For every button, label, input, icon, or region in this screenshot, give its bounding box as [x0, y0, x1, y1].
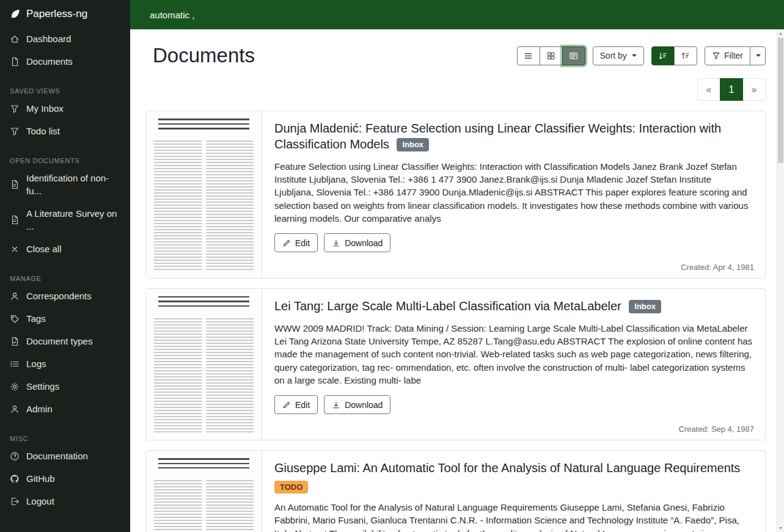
sidebar-item-documents[interactable]: Documents	[0, 50, 130, 73]
pagination-next-button[interactable]: »	[742, 78, 766, 101]
grid-view-icon	[546, 51, 555, 60]
sidebar-item-todo-list[interactable]: Todo list	[0, 120, 130, 142]
document-title-text: Dunja Mladenić: Feature Selection using …	[274, 122, 721, 151]
thumbnail-title-lines	[158, 458, 249, 472]
tag-badge[interactable]: Inbox	[397, 138, 429, 151]
sidebar-item-settings[interactable]: Settings	[0, 375, 130, 398]
edit-button[interactable]: Edit	[274, 395, 318, 414]
pagination: « 1 »	[130, 71, 784, 102]
grid-view-button[interactable]	[540, 46, 563, 65]
download-button[interactable]: Download	[324, 233, 390, 252]
sidebar-item-label: Logs	[26, 357, 46, 370]
section-title-misc: MISC	[0, 431, 130, 445]
sidebar-item-admin[interactable]: Admin	[0, 398, 130, 420]
edit-button[interactable]: Edit	[274, 233, 318, 252]
page-header: Documents Sort by	[130, 29, 784, 71]
filter-dropdown-button[interactable]	[750, 46, 766, 65]
sidebar-item-logs[interactable]: Logs	[0, 352, 130, 375]
sort-by-group: Sort by	[593, 46, 644, 65]
document-thumbnail[interactable]	[146, 111, 262, 278]
filter-button[interactable]: Filter	[705, 46, 750, 65]
download-icon	[332, 401, 340, 409]
download-button[interactable]: Download	[324, 395, 390, 414]
created-date: Created: Apr 4, 1981	[681, 263, 754, 272]
sidebar-item-dashboard[interactable]: Dashboard	[0, 27, 130, 50]
sort-descending-icon	[658, 51, 667, 60]
sidebar-item-label: Close all	[26, 242, 62, 255]
sidebar-item-documentation[interactable]: Documentation	[0, 445, 130, 467]
logout-icon	[10, 497, 20, 506]
top-search-bar	[130, 0, 784, 29]
section-title-open-documents: OPEN DOCUMENTS	[0, 153, 130, 167]
detail-view-icon	[569, 51, 578, 60]
thumbnail-title-lines	[158, 296, 249, 310]
scrollbar[interactable]: ▲ ▼	[777, 29, 784, 532]
app-logo[interactable]: Paperless-ng	[0, 0, 130, 27]
thumbnail-title-lines	[158, 118, 249, 132]
sidebar-item-label: Settings	[26, 380, 59, 393]
main-content: Documents Sort by	[130, 29, 784, 532]
section-title-manage: MANAGE	[0, 271, 130, 285]
document-title[interactable]: Lei Tang: Large Scale Multi-Label Classi…	[274, 298, 753, 314]
document-list: Dunja Mladenić: Feature Selection using …	[130, 102, 784, 532]
sidebar-item-label: Documentation	[26, 450, 88, 462]
document-excerpt: An Automatic Tool for the Analysis of Na…	[274, 501, 753, 532]
sidebar-item-label: Logout	[26, 495, 54, 508]
sidebar-item-open-document-1[interactable]: Identification of non-fu...	[0, 167, 130, 202]
sort-by-label: Sort by	[600, 51, 627, 60]
document-title[interactable]: Dunja Mladenić: Feature Selection using …	[274, 120, 753, 153]
list-view-icon	[524, 51, 533, 60]
document-thumbnail[interactable]	[146, 451, 262, 532]
sidebar-item-my-inbox[interactable]: My Inbox	[0, 97, 130, 120]
sidebar-item-close-all[interactable]: Close all	[0, 238, 130, 260]
sort-by-button[interactable]: Sort by	[593, 46, 644, 65]
sidebar-item-label: A Literature Survey on ...	[26, 207, 120, 233]
sidebar-item-label: Todo list	[26, 125, 60, 137]
edit-label: Edit	[295, 238, 310, 248]
sidebar-item-document-types[interactable]: Document types	[0, 330, 130, 352]
pagination-prev-button[interactable]: «	[697, 78, 720, 101]
question-circle-icon	[10, 451, 20, 461]
document-card-body: Giuseppe Lami: An Automatic Tool for the…	[262, 451, 765, 532]
funnel-icon	[712, 51, 720, 60]
sidebar-item-open-document-2[interactable]: A Literature Survey on ...	[0, 202, 130, 238]
sort-ascending-button[interactable]	[674, 46, 697, 65]
scroll-up-icon[interactable]: ▲	[777, 29, 784, 37]
sidebar-item-label: My Inbox	[26, 102, 64, 115]
document-title[interactable]: Giuseppe Lami: An Automatic Tool for the…	[274, 460, 753, 476]
tag-icon	[10, 314, 20, 324]
thumbnail-text-lines	[154, 480, 254, 532]
document-card-body: Dunja Mladenić: Feature Selection using …	[262, 111, 765, 278]
document-card: Lei Tang: Large Scale Multi-Label Classi…	[145, 288, 766, 440]
document-title-text: Lei Tang: Large Scale Multi-Label Classi…	[274, 299, 621, 313]
search-input[interactable]	[130, 0, 784, 29]
tag-badge[interactable]: TODO	[274, 481, 308, 494]
brand-name: Paperless-ng	[26, 8, 87, 20]
funnel-icon	[10, 126, 20, 136]
sidebar-item-tags[interactable]: Tags	[0, 307, 130, 330]
file-text-icon	[10, 215, 20, 225]
list-view-button[interactable]	[517, 46, 540, 65]
document-card: Dunja Mladenić: Feature Selection using …	[145, 111, 766, 279]
toolbar: Sort by Filter	[517, 46, 766, 65]
sidebar-item-logout[interactable]: Logout	[0, 490, 130, 512]
tag-badge[interactable]: Inbox	[629, 300, 661, 313]
gear-icon	[10, 382, 20, 392]
sort-descending-button[interactable]	[651, 46, 675, 65]
sidebar-item-github[interactable]: GitHub	[0, 467, 130, 490]
pencil-icon	[282, 239, 291, 247]
page-title: Documents	[153, 44, 255, 67]
pagination-page-1-button[interactable]: 1	[720, 78, 743, 101]
document-thumbnail[interactable]	[146, 289, 262, 440]
scroll-down-icon[interactable]: ▼	[777, 524, 784, 532]
sidebar: Paperless-ng Dashboard Documents SAVED V…	[0, 0, 130, 532]
scrollbar-thumb[interactable]	[778, 38, 783, 163]
sidebar-item-correspondents[interactable]: Correspondents	[0, 285, 130, 307]
created-date: Created: Sep 4, 1987	[678, 425, 754, 434]
github-icon	[10, 474, 20, 484]
sidebar-nav: Dashboard Documents SAVED VIEWS My Inbox…	[0, 27, 130, 512]
sidebar-item-label: Document types	[26, 335, 92, 348]
thumbnail-text-lines	[154, 318, 254, 434]
sidebar-item-label: Correspondents	[26, 290, 92, 302]
detail-view-button[interactable]	[562, 46, 585, 65]
